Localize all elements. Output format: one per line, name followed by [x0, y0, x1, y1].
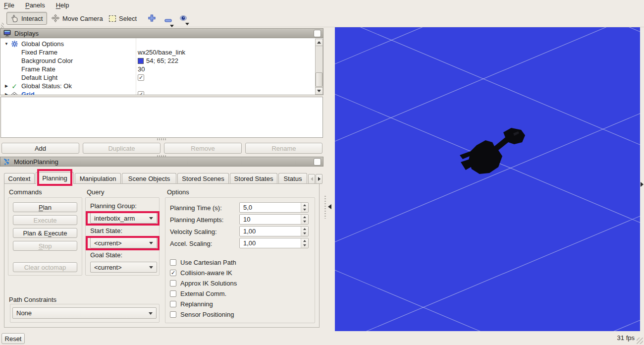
expander-closed-icon[interactable]: ▶ — [3, 84, 9, 88]
tab-context[interactable]: Context — [4, 173, 35, 184]
path-constraints-heading: Path Constraints — [9, 296, 56, 303]
tree-label: Default Light — [21, 74, 57, 81]
rename-display-button[interactable]: Rename — [245, 143, 322, 154]
frame-rate-value[interactable]: 30 — [138, 65, 145, 73]
spin-buttons[interactable] — [301, 238, 308, 248]
path-constraints-dropdown[interactable]: None — [12, 307, 157, 319]
motionplanning-panel-header[interactable]: MotionPlanning — [0, 157, 323, 167]
accel-scaling-spinbox[interactable]: 1,00 — [239, 238, 309, 248]
menu-file[interactable]: File — [4, 1, 14, 9]
tree-row-global-options[interactable]: ▼ Global Options — [0, 40, 308, 48]
tab-status[interactable]: Status — [278, 173, 307, 184]
fixed-frame-value[interactable]: wx250/base_link — [138, 49, 185, 56]
scrollbar-thumb[interactable] — [316, 72, 322, 87]
planning-group-dropdown[interactable]: interbotix_arm — [90, 213, 157, 224]
status-bar: 31 fps — [0, 331, 644, 345]
menu-panels[interactable]: Panels — [25, 1, 45, 9]
menu-help[interactable]: Help — [56, 1, 69, 9]
velocity-scaling-label: Velocity Scaling: — [170, 228, 217, 235]
execute-button[interactable]: Execute — [13, 215, 77, 225]
tree-row-default-light[interactable]: Default Light ✓ — [0, 73, 308, 82]
add-display-button[interactable]: Add — [1, 143, 79, 154]
ground-grid — [335, 27, 640, 331]
spin-buttons[interactable] — [301, 227, 308, 236]
tab-scroll-left-button[interactable] — [308, 174, 315, 184]
toolbar: Interact Move Camera Select — [0, 10, 644, 27]
tree-row-global-status[interactable]: ▶ ✓ Global Status: Ok — [0, 82, 308, 90]
tree-row-frame-rate[interactable]: Frame Rate 30 — [0, 65, 308, 73]
external-comm-checkbox[interactable] — [170, 290, 176, 297]
tab-manipulation[interactable]: Manipulation — [75, 173, 121, 184]
grid-checkbox[interactable]: ✓ — [138, 91, 144, 95]
external-comm-option[interactable]: External Comm. — [170, 290, 226, 297]
sensor-positioning-option[interactable]: Sensor Positioning — [170, 311, 234, 318]
expander-open-icon[interactable]: ▼ — [3, 42, 9, 46]
start-state-dropdown[interactable]: <current> — [90, 237, 157, 248]
expander-closed-icon[interactable]: ▶ — [3, 92, 9, 95]
velocity-scaling-spinbox[interactable]: 1,00 — [239, 226, 309, 236]
motionplanning-icon — [3, 158, 10, 166]
collapse-left-icon[interactable] — [328, 204, 331, 209]
planning-attempts-spinbox[interactable]: 10 — [239, 214, 309, 225]
tab-planning[interactable]: Planning — [36, 172, 74, 184]
use-cartesian-path-checkbox[interactable] — [170, 259, 176, 266]
duplicate-display-button[interactable]: Duplicate — [83, 143, 161, 154]
displays-panel-header[interactable]: Displays — [0, 28, 323, 38]
move-camera-tool-button[interactable]: Move Camera — [48, 12, 107, 25]
use-cartesian-path-option[interactable]: Use Cartesian Path — [170, 259, 236, 266]
splitter-handle[interactable] — [157, 138, 166, 140]
tab-label: Stored Scenes — [182, 175, 224, 182]
tool-properties-button[interactable] — [179, 14, 187, 23]
tab-scene-objects[interactable]: Scene Objects — [122, 173, 176, 184]
tab-stored-states[interactable]: Stored States — [230, 173, 277, 184]
sensor-positioning-checkbox[interactable] — [170, 311, 176, 318]
scroll-up-button[interactable] — [316, 39, 322, 46]
replanning-checkbox[interactable] — [170, 301, 176, 307]
splitter-handle[interactable] — [324, 196, 326, 219]
plan-and-execute-button[interactable]: Plan & Execute — [13, 228, 77, 238]
default-light-checkbox[interactable]: ✓ — [138, 74, 144, 81]
planning-time-spinbox[interactable]: 5,0 — [239, 202, 309, 213]
fps-counter: 31 fps — [617, 334, 635, 342]
collision-aware-ik-checkbox[interactable]: ✓ — [170, 270, 176, 276]
plan-button[interactable]: Plan — [13, 202, 77, 212]
stop-button[interactable]: Stop — [13, 241, 77, 251]
vertical-splitter[interactable] — [323, 27, 335, 331]
scroll-down-button[interactable] — [316, 87, 322, 94]
tree-row-grid[interactable]: ▶ Grid ✓ — [0, 90, 308, 95]
motionplanning-panel-title: MotionPlanning — [14, 158, 58, 166]
clear-octomap-button[interactable]: Clear octomap — [13, 262, 77, 272]
reset-button[interactable]: Reset — [1, 333, 25, 344]
collision-aware-ik-option[interactable]: ✓Collision-aware IK — [170, 269, 232, 277]
collapse-right-icon[interactable] — [641, 182, 644, 187]
tree-row-background-color[interactable]: Background Color 54; 65; 222 — [0, 57, 308, 65]
approx-ik-solutions-option[interactable]: Approx IK Solutions — [170, 280, 237, 287]
panel-float-button[interactable] — [314, 30, 321, 37]
approx-ik-solutions-checkbox[interactable] — [170, 280, 176, 287]
move-camera-icon — [52, 14, 59, 22]
tab-scroll-right-button[interactable] — [316, 174, 322, 184]
panel-float-button[interactable] — [314, 158, 321, 166]
background-color-value[interactable]: 54; 65; 222 — [138, 57, 178, 64]
select-tool-button[interactable]: Select — [105, 12, 141, 25]
spin-buttons[interactable] — [301, 215, 308, 224]
color-text: 54; 65; 222 — [146, 57, 178, 64]
tab-label: Planning — [42, 174, 67, 182]
tree-label: Global Status: Ok — [21, 82, 72, 90]
resize-grip[interactable] — [637, 338, 643, 344]
right-splitter[interactable] — [640, 27, 644, 331]
remove-tool-button[interactable] — [164, 16, 172, 24]
add-tool-button[interactable] — [148, 14, 156, 23]
3d-viewport[interactable] — [335, 27, 640, 331]
interact-tool-button[interactable]: Interact — [6, 12, 47, 25]
displays-tree[interactable]: ▼ Global Options Fixed Frame wx250/base_… — [0, 38, 323, 95]
remove-display-button[interactable]: Remove — [164, 143, 242, 154]
tree-row-fixed-frame[interactable]: Fixed Frame wx250/base_link — [0, 48, 308, 57]
spin-buttons[interactable] — [301, 203, 308, 212]
replanning-option[interactable]: Replanning — [170, 300, 213, 308]
spin-up-icon — [303, 228, 306, 230]
goal-state-dropdown[interactable]: <current> — [90, 262, 157, 273]
spin-down-icon — [303, 209, 306, 211]
displays-scrollbar[interactable] — [315, 39, 323, 95]
tab-stored-scenes[interactable]: Stored Scenes — [177, 173, 229, 184]
